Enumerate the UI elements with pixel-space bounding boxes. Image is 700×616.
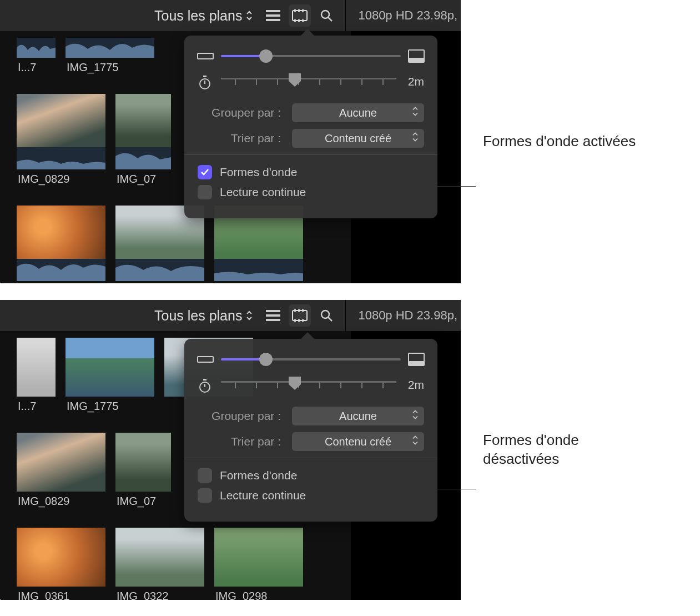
- clip-item[interactable]: I...7: [17, 338, 56, 413]
- sort-by-value: Contenu créé: [325, 435, 391, 448]
- clip-item[interactable]: IMG_0829: [17, 94, 105, 186]
- svg-rect-32: [409, 361, 424, 365]
- browser-toolbar: Tous les plans: [0, 0, 461, 31]
- clip-item[interactable]: IMG_07: [115, 433, 171, 508]
- sort-by-row: Trier par : Contenu créé: [198, 432, 424, 451]
- clip-item[interactable]: IMG_1775: [66, 38, 154, 74]
- list-view-button[interactable]: [262, 4, 284, 27]
- continuous-playback-checkbox[interactable]: [198, 488, 212, 503]
- search-button[interactable]: [315, 4, 338, 27]
- clip-appearance-button[interactable]: [289, 4, 311, 27]
- browser-panel-waveforms-on: Tous les plans: [0, 0, 461, 283]
- svg-rect-9: [302, 19, 304, 22]
- sort-by-label: Trier par :: [198, 435, 281, 448]
- waveforms-checkbox[interactable]: [198, 468, 212, 483]
- svg-rect-8: [298, 19, 300, 22]
- search-icon: [320, 9, 333, 22]
- clip-height-slider-row: [198, 50, 424, 62]
- group-by-select[interactable]: Aucune: [292, 407, 424, 425]
- clip-label: IMG_1775: [66, 58, 154, 74]
- svg-rect-24: [302, 309, 304, 312]
- svg-rect-14: [409, 58, 424, 62]
- clip-thumbnail: [66, 338, 154, 397]
- large-filmstrip-icon: [409, 50, 424, 62]
- sort-by-select[interactable]: Contenu créé: [292, 432, 424, 451]
- waveforms-label: Formes d'onde: [220, 469, 297, 482]
- continuous-playback-label: Lecture continue: [220, 186, 306, 199]
- stopwatch-icon: [198, 379, 213, 391]
- clip-appearance-popover: 2m Grouper par : Aucune Trier par : Cont…: [184, 339, 437, 522]
- slider-playhead[interactable]: [289, 73, 301, 91]
- audio-waveform: [66, 38, 154, 58]
- clip-thumbnail: [17, 528, 105, 587]
- waveforms-checkbox[interactable]: [198, 165, 212, 179]
- sort-by-select[interactable]: Contenu créé: [292, 129, 424, 148]
- svg-rect-12: [198, 53, 213, 59]
- svg-rect-6: [302, 9, 304, 12]
- svg-rect-22: [294, 309, 296, 312]
- clip-height-slider[interactable]: [221, 55, 401, 57]
- search-button[interactable]: [315, 304, 338, 327]
- audio-waveform: [17, 147, 105, 169]
- clip-filter-dropdown[interactable]: Tous les plans: [150, 8, 258, 24]
- clip-appearance-button[interactable]: [289, 304, 311, 327]
- toolbar-divider: [345, 300, 346, 331]
- group-by-value: Aucune: [339, 107, 377, 119]
- clip-filter-label: Tous les plans: [154, 308, 242, 324]
- duration-slider-row: 2m: [198, 74, 424, 89]
- slider-playhead[interactable]: [289, 377, 301, 394]
- svg-rect-23: [298, 309, 300, 312]
- clip-item[interactable]: I...7: [17, 38, 56, 74]
- svg-rect-21: [293, 310, 307, 320]
- clip-item[interactable]: IMG_1775: [66, 338, 154, 413]
- slider-knob[interactable]: [259, 49, 273, 63]
- clip-filter-dropdown[interactable]: Tous les plans: [150, 308, 258, 324]
- audio-waveform: [17, 259, 105, 281]
- clip-label: IMG_0322: [115, 587, 204, 600]
- clip-item[interactable]: IMG_0298: [214, 528, 303, 600]
- svg-rect-17: [203, 76, 207, 77]
- callout-waveforms-off: Formes d'onde désactivées: [483, 431, 700, 469]
- clip-height-slider[interactable]: [221, 358, 401, 360]
- clip-item[interactable]: IMG_0322: [115, 528, 204, 600]
- clip-item[interactable]: IMG_0361: [17, 206, 105, 283]
- clip-label: IMG_07: [115, 492, 171, 508]
- clip-item[interactable]: IMG_0829: [17, 433, 105, 508]
- continuous-playback-label: Lecture continue: [220, 489, 306, 502]
- sort-by-row: Trier par : Contenu créé: [198, 129, 424, 148]
- duration-value: 2m: [404, 378, 424, 392]
- svg-rect-4: [294, 9, 296, 12]
- checkmark-icon: [200, 168, 209, 177]
- svg-rect-7: [294, 19, 296, 22]
- chevron-updown-icon: [412, 132, 419, 145]
- clip-thumbnail: [17, 338, 56, 397]
- duration-slider[interactable]: [221, 74, 396, 89]
- svg-line-29: [328, 317, 332, 321]
- search-icon: [320, 309, 333, 322]
- group-by-select[interactable]: Aucune: [292, 103, 424, 122]
- duration-slider[interactable]: [221, 378, 396, 392]
- clip-appearance-popover: 2m Grouper par : Aucune Trier par : Cont…: [184, 36, 437, 218]
- clip-thumbnail: [17, 433, 105, 492]
- svg-rect-1: [266, 14, 280, 17]
- audio-waveform: [17, 38, 56, 58]
- clip-thumbnail: [115, 528, 204, 587]
- clip-item[interactable]: IMG_07: [115, 94, 171, 186]
- clip-label: IMG_0829: [17, 169, 105, 186]
- list-view-button[interactable]: [262, 304, 284, 327]
- group-by-row: Grouper par : Aucune: [198, 407, 424, 425]
- svg-rect-3: [293, 11, 307, 21]
- audio-waveform: [115, 147, 171, 169]
- svg-rect-20: [266, 319, 280, 321]
- sort-by-label: Trier par :: [198, 132, 281, 145]
- svg-rect-5: [298, 9, 300, 12]
- chevron-updown-icon: [412, 107, 419, 119]
- waveforms-checkbox-row: Formes d'onde: [198, 165, 424, 179]
- svg-rect-35: [203, 379, 207, 380]
- clip-item[interactable]: IMG_0361: [17, 528, 105, 600]
- continuous-playback-checkbox[interactable]: [198, 185, 212, 199]
- callout-leader-line: [303, 186, 476, 187]
- clip-label: IMG_0298: [214, 281, 303, 283]
- clip-label: I...7: [17, 397, 56, 413]
- slider-knob[interactable]: [259, 353, 273, 366]
